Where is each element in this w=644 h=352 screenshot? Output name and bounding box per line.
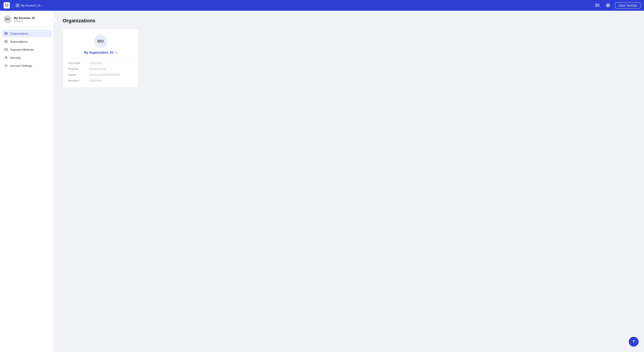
sidebar-item-subscriptions[interactable]: Subscriptions <box>2 38 52 45</box>
page-title: Organizations <box>62 18 635 24</box>
sidebar-item-organizations-label: Organizations <box>10 32 28 35</box>
subscriptions-icon <box>4 39 8 43</box>
sidebar-item-account-settings-label: Account Settings <box>10 64 32 67</box>
org-members-row: Members: <box>68 79 133 82</box>
sidebar-account-type: Account <box>14 20 35 22</box>
sidebar-item-security[interactable]: Security <box>2 54 52 61</box>
sidebar-account-name: My Account_01 <box>14 16 35 20</box>
projects-value-placeholder <box>89 68 107 70</box>
owner-value-placeholder <box>89 74 120 76</box>
main-content: Organizations MO My Organization_01 ✎ Yo… <box>54 11 644 352</box>
logo-icon[interactable] <box>4 2 10 8</box>
svg-point-8 <box>6 33 6 34</box>
svg-point-9 <box>5 40 8 43</box>
globe-icon[interactable] <box>604 2 612 9</box>
members-value-placeholder <box>89 80 102 82</box>
topnav-account[interactable]: My Account_01 › <box>16 3 43 7</box>
sidebar-item-payment-methods[interactable]: Payment Methods <box>2 46 52 53</box>
messages-icon[interactable] <box>594 2 601 9</box>
sidebar-item-account-settings[interactable]: Account Settings <box>2 62 52 69</box>
org-name: My Organization_01 <box>84 51 113 54</box>
org-card: MO My Organization_01 ✎ Your Role: Proje… <box>62 29 139 88</box>
sidebar-avatar: MA <box>4 15 12 23</box>
security-icon <box>4 56 8 60</box>
nav-divider <box>12 3 13 8</box>
help-button[interactable]: ? <box>629 337 639 347</box>
members-label: Members: <box>68 79 86 82</box>
organizations-icon <box>4 31 8 35</box>
sidebar-item-payment-methods-label: Payment Methods <box>10 48 34 51</box>
sidebar-item-security-label: Security <box>10 56 21 59</box>
svg-rect-1 <box>18 4 18 5</box>
svg-rect-2 <box>16 5 17 6</box>
owner-label: Owner: <box>68 73 86 76</box>
role-value-placeholder <box>89 62 102 64</box>
account-settings-icon <box>4 64 8 68</box>
svg-point-13 <box>6 65 7 66</box>
org-owner-row: Owner: <box>68 73 133 76</box>
org-details: Your Role: Projects: Owner: Members: <box>68 62 133 82</box>
topnav-left: My Account_01 › <box>4 2 43 8</box>
svg-point-10 <box>6 41 7 42</box>
org-card-header: MO My Organization_01 ✎ <box>68 35 133 58</box>
sidebar: MA My Account_01 Account ‹ Organizations <box>0 11 54 352</box>
org-avatar: MO <box>94 35 107 48</box>
org-projects-row: Projects: <box>68 67 133 71</box>
projects-label: Projects: <box>68 67 86 71</box>
open-testops-button[interactable]: Open TestOps <box>615 2 640 8</box>
chevron-right-icon: › <box>42 4 43 7</box>
edit-org-icon[interactable]: ✎ <box>115 51 118 54</box>
role-label: Your Role: <box>68 62 86 65</box>
main-layout: MA My Account_01 Account ‹ Organizations <box>0 11 644 352</box>
sidebar-item-subscriptions-label: Subscriptions <box>10 40 28 43</box>
sidebar-account-info: My Account_01 Account <box>14 16 35 22</box>
topnav-account-name: My Account_01 <box>21 4 41 7</box>
sidebar-item-organizations[interactable]: Organizations <box>2 30 52 37</box>
payment-methods-icon <box>4 48 8 52</box>
account-icon <box>16 3 20 7</box>
topnav-right: Open TestOps <box>594 2 640 9</box>
svg-rect-0 <box>16 4 17 5</box>
svg-rect-3 <box>18 5 18 6</box>
svg-rect-4 <box>596 4 599 6</box>
org-name-row: My Organization_01 ✎ <box>84 51 117 54</box>
svg-rect-12 <box>5 57 7 59</box>
sidebar-header: MA My Account_01 Account <box>0 11 54 27</box>
svg-rect-11 <box>5 49 8 51</box>
topnav: My Account_01 › Open TestOps <box>0 0 644 11</box>
org-role-row: Your Role: <box>68 62 133 65</box>
collapse-sidebar-button[interactable]: ‹ <box>51 17 56 22</box>
sidebar-nav: Organizations Subscriptions <box>0 27 54 72</box>
